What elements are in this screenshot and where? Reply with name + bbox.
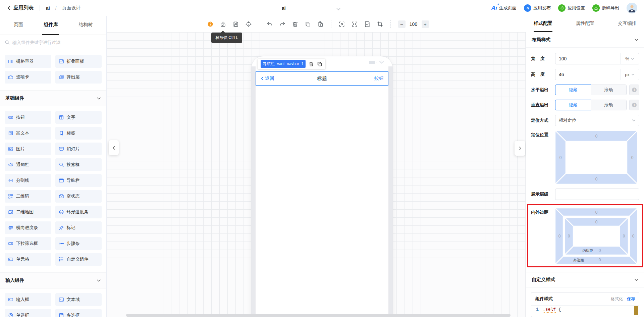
back-to-app-list[interactable]: 应用列表 [7, 5, 34, 11]
component-item[interactable]: 弹出层 [55, 71, 102, 84]
copy-icon[interactable] [302, 19, 314, 29]
component-item[interactable]: 文字 [55, 111, 102, 124]
component-item[interactable]: 步骤条 [55, 237, 102, 250]
generate-page-button[interactable]: Ai✦ 生成页面 [491, 5, 517, 11]
overflow-y-scroll-button[interactable]: 滚动 [591, 100, 627, 110]
breadcrumb-app[interactable]: ai [46, 5, 50, 11]
style-code-editor[interactable]: 1 .self { [531, 305, 639, 317]
collapse-right-panel-button[interactable] [515, 141, 525, 156]
overflow-x-scroll-button[interactable]: 滚动 [591, 85, 627, 95]
component-item[interactable]: 空状态 [55, 190, 102, 203]
component-item-label: 下拉筛选框 [16, 241, 38, 247]
component-item[interactable]: 折叠面板 [55, 55, 102, 68]
overflow-x-info-button[interactable]: i [629, 85, 639, 95]
layout-style-section-header[interactable]: 布局样式 [526, 32, 644, 48]
undo-icon[interactable] [263, 19, 276, 29]
component-item[interactable]: 富文本 [5, 127, 51, 140]
tab-component-library[interactable]: 组件库 [42, 16, 59, 35]
component-item[interactable]: 通知栏 [5, 158, 51, 171]
code-preview-icon[interactable] [348, 19, 361, 29]
component-item[interactable]: 自定义组件 [55, 253, 102, 266]
horizontal-scrollbar[interactable] [126, 314, 511, 317]
navbar-right-button[interactable]: 按钮 [374, 75, 384, 82]
page-check-icon[interactable] [361, 19, 374, 29]
component-name-chip[interactable]: 导航栏_vant_navbar_1 [261, 60, 306, 68]
info-icon[interactable] [204, 19, 217, 29]
position-offsets-editor[interactable]: 0 0 0 0 [555, 130, 639, 184]
overflow-y-hidden-button[interactable]: 隐藏 [555, 100, 591, 110]
save-icon[interactable] [229, 19, 242, 29]
phone-preview[interactable]: 导航栏_vant_navbar_1 标题 返回 按钮 [252, 56, 392, 317]
position-mode-select[interactable]: 相对定位 [555, 115, 639, 126]
delete-icon[interactable] [289, 19, 302, 29]
component-item[interactable]: 导航栏 [55, 174, 102, 187]
delete-component-icon[interactable] [309, 61, 314, 67]
target-icon[interactable] [242, 19, 255, 29]
component-group-header[interactable]: 基础组件 [0, 90, 106, 106]
breadcrumb-page: 页面设计 [62, 5, 81, 11]
frame-icon[interactable] [374, 19, 386, 29]
component-item[interactable]: 输入框 [5, 293, 51, 306]
search-icon [5, 40, 10, 45]
paste-icon[interactable] [314, 19, 327, 29]
height-unit-select[interactable]: px [620, 69, 639, 80]
component-item[interactable]: 幻灯片 [55, 143, 102, 155]
spacing-editor[interactable]: 0 0 0 0 0 0 内边距 0 外边距 0 [555, 208, 639, 264]
preview-icon[interactable] [335, 19, 348, 29]
redo-icon[interactable] [276, 19, 289, 29]
unlock-icon[interactable] [217, 19, 229, 29]
component-item[interactable]: 栅格容器 [5, 55, 51, 68]
component-item[interactable]: 图片 [5, 143, 51, 155]
overflow-x-hidden-button[interactable]: 隐藏 [555, 85, 591, 95]
component-item[interactable]: A文本域 [55, 293, 102, 306]
wifi-icon [379, 60, 384, 64]
page-selector-chevron-icon[interactable] [336, 6, 341, 12]
height-label: 高 度 [531, 71, 555, 77]
tab-structure-tree[interactable]: 结构树 [77, 16, 94, 35]
component-item[interactable]: 单元格 [5, 253, 51, 266]
component-item[interactable]: 分割线 [5, 174, 51, 187]
component-item[interactable]: 搜索框 [55, 158, 102, 171]
editor-overview-ruler[interactable] [634, 306, 638, 315]
width-input[interactable]: 100 [555, 56, 620, 61]
navbar-component[interactable]: 标题 返回 按钮 [256, 71, 388, 86]
save-style-button[interactable]: 保存 [627, 296, 635, 302]
component-item[interactable]: 多选框 [55, 309, 102, 317]
component-item[interactable]: 100%环形进度条 [55, 206, 102, 218]
component-search-input[interactable] [12, 40, 102, 45]
divider [40, 5, 40, 11]
component-item[interactable]: 横向进度条 [5, 221, 51, 234]
page-selector[interactable]: ai [282, 0, 286, 16]
height-input[interactable]: 46 [555, 72, 620, 77]
publish-app-button[interactable]: 应用发布 [524, 4, 551, 12]
export-source-button[interactable]: 源码导出 [592, 4, 619, 12]
tab-props-config[interactable]: 属性配置 [576, 16, 595, 32]
component-item[interactable]: 选项卡 [5, 71, 51, 84]
width-unit-select[interactable]: % [620, 53, 639, 64]
zoom-in-button[interactable]: + [422, 20, 429, 28]
z-index-input[interactable] [555, 189, 639, 200]
component-item-label: 通知栏 [16, 162, 29, 168]
component-item-label: 空状态 [67, 193, 80, 199]
app-settings-button[interactable]: 应用设置 [558, 4, 585, 12]
component-group-header[interactable]: 输入组件 [0, 272, 106, 288]
component-item[interactable]: 标记 [55, 221, 102, 234]
tab-pages[interactable]: 页面 [12, 16, 24, 35]
custom-style-section-header[interactable]: 自定义样式 [526, 272, 644, 287]
component-item[interactable]: BTN按钮 [5, 111, 51, 124]
format-button[interactable]: 格式化 [611, 296, 623, 302]
tab-style-config[interactable]: 样式配置 [534, 16, 552, 32]
collapse-left-panel-button[interactable] [109, 140, 119, 155]
zoom-out-button[interactable]: − [398, 20, 406, 28]
copy-component-icon[interactable] [317, 61, 322, 67]
zoom-level: 100 [409, 21, 418, 27]
component-item[interactable]: 下拉筛选框 [5, 237, 51, 250]
component-item[interactable]: 单选框 [5, 309, 51, 317]
component-item[interactable]: 标签 [55, 127, 102, 140]
overflow-y-info-button[interactable]: i [629, 100, 639, 110]
component-item[interactable]: 二维码 [5, 190, 51, 203]
tab-interaction[interactable]: 交互编排 [618, 16, 637, 32]
component-item[interactable]: 二维地图 [5, 206, 51, 218]
component-item-label: 标签 [67, 130, 75, 136]
user-avatar[interactable] [627, 3, 637, 13]
